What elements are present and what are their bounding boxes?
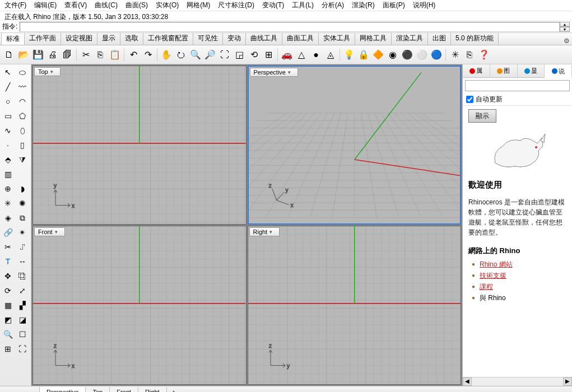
- view-tab[interactable]: Right: [138, 387, 167, 392]
- ribbon-tab[interactable]: 5.0 的新功能: [450, 33, 499, 45]
- menu-item[interactable]: 曲线(C): [95, 1, 118, 10]
- cmd-history-up[interactable]: ▲: [560, 22, 570, 27]
- open-icon[interactable]: 📂: [17, 48, 30, 62]
- help-show-button[interactable]: 顯示: [468, 109, 496, 123]
- text-icon[interactable]: T: [1, 255, 15, 268]
- lock-icon[interactable]: 🔒: [357, 48, 370, 62]
- menu-item[interactable]: 尺寸标注(D): [218, 1, 254, 10]
- sweep-icon[interactable]: ⧩: [16, 153, 29, 166]
- rotate2d-icon[interactable]: ⟳: [1, 284, 15, 297]
- scroll-right-icon[interactable]: ▶: [563, 377, 572, 386]
- rotate-icon[interactable]: ⭮: [174, 48, 188, 62]
- dim-icon[interactable]: ↔: [16, 255, 29, 268]
- zoom-extents-icon[interactable]: ⛶: [218, 48, 231, 62]
- polyline-icon[interactable]: ╱: [1, 80, 15, 94]
- polygon-icon[interactable]: ⬠: [16, 109, 29, 123]
- chevron-down-icon[interactable]: ▾: [269, 229, 272, 235]
- menu-item[interactable]: 分析(A): [322, 1, 344, 10]
- menu-item[interactable]: 曲面(S): [125, 1, 148, 10]
- ribbon-tab[interactable]: 网格工具: [355, 33, 392, 45]
- colorwheel-icon[interactable]: ◉: [386, 48, 399, 62]
- auto-update-checkbox[interactable]: [466, 96, 473, 103]
- fillet-icon[interactable]: ◗: [16, 182, 29, 195]
- join-icon[interactable]: 🔗: [1, 226, 15, 239]
- sphere1-icon[interactable]: ⚫: [401, 48, 414, 62]
- add-view-tab-icon[interactable]: ✦: [166, 387, 181, 393]
- ribbon-tab[interactable]: 可见性: [193, 33, 223, 45]
- help-link[interactable]: 技術支援: [480, 272, 506, 279]
- select-icon[interactable]: ☐: [16, 328, 29, 341]
- ribbon-tab[interactable]: 曲线工具: [245, 33, 282, 45]
- gear-side-icon[interactable]: ✳: [1, 197, 15, 210]
- box-icon[interactable]: ▥: [1, 167, 15, 181]
- doc-prop-icon[interactable]: 🗐: [61, 48, 74, 62]
- undo-icon[interactable]: ↶: [127, 48, 140, 62]
- pan-icon[interactable]: ✋: [160, 48, 173, 62]
- panel-tab[interactable]: 图: [490, 64, 518, 77]
- point-icon[interactable]: ·: [1, 138, 15, 152]
- cut-icon[interactable]: ✂: [79, 48, 92, 62]
- array-icon[interactable]: ▦: [1, 298, 15, 312]
- menu-item[interactable]: 文件(F): [4, 1, 26, 10]
- options-icon[interactable]: ✳: [448, 48, 462, 62]
- glass-icon[interactable]: 🔍: [1, 328, 15, 341]
- view-tab[interactable]: Front: [109, 387, 138, 392]
- panel-tab[interactable]: 说: [545, 65, 572, 78]
- trim-icon[interactable]: ✂: [1, 240, 15, 254]
- split-icon[interactable]: ⑀: [16, 240, 29, 254]
- cube-a-icon[interactable]: ◩: [1, 313, 15, 326]
- copy-side-icon[interactable]: ⿻: [16, 269, 29, 283]
- chevron-down-icon[interactable]: ▾: [55, 229, 58, 235]
- panel-tab[interactable]: 显: [518, 64, 545, 77]
- move-icon[interactable]: ✥: [1, 269, 15, 283]
- ribbon-tab[interactable]: 工作平面: [24, 33, 61, 45]
- help-scrollbar[interactable]: ◀ ▶: [463, 377, 572, 386]
- save-icon[interactable]: 💾: [31, 48, 45, 62]
- viewport-title[interactable]: Right▾: [249, 227, 280, 236]
- viewport-front[interactable]: x zFront▾: [32, 226, 247, 385]
- viewport-right[interactable]: y zRight▾: [248, 226, 462, 385]
- zoom-window-icon[interactable]: 🔍: [189, 48, 202, 62]
- zoom-sel-icon[interactable]: ◲: [232, 48, 246, 62]
- viewport-title[interactable]: Front▾: [34, 227, 65, 236]
- paste-icon[interactable]: 📋: [108, 48, 122, 62]
- cube-b-icon[interactable]: ◪: [16, 313, 29, 326]
- viewport-title[interactable]: Top▾: [34, 67, 61, 76]
- pyramid-icon[interactable]: ◬: [324, 48, 337, 62]
- layers-icon[interactable]: 🔶: [371, 48, 385, 62]
- undo-view-icon[interactable]: ⟲: [247, 48, 261, 62]
- arc-icon[interactable]: ◠: [16, 95, 29, 108]
- scroll-left-icon[interactable]: ◀: [463, 377, 472, 386]
- chevron-down-icon[interactable]: ▾: [288, 69, 291, 75]
- four-views-icon[interactable]: ⊞: [262, 48, 275, 62]
- explode-icon[interactable]: ✴: [16, 226, 29, 239]
- chevron-down-icon[interactable]: ▾: [50, 69, 53, 74]
- new-icon[interactable]: 🗋: [2, 48, 16, 62]
- mesh-icon[interactable]: ◈: [1, 211, 15, 225]
- viewport-perspective[interactable]: x z yPerspective▾: [248, 66, 462, 225]
- extract-icon[interactable]: ⎘: [463, 48, 476, 62]
- curve-icon[interactable]: 〰: [16, 80, 29, 94]
- command-input[interactable]: [20, 22, 560, 32]
- ribbon-tab[interactable]: 显示: [97, 33, 120, 45]
- loft-icon[interactable]: ⬘: [1, 153, 15, 166]
- cone-icon[interactable]: △: [295, 48, 308, 62]
- help-icon[interactable]: ❓: [477, 48, 491, 62]
- menu-item[interactable]: 网格(M): [187, 1, 210, 10]
- light-icon[interactable]: 💡: [342, 48, 356, 62]
- panel-tab[interactable]: 属: [463, 64, 490, 77]
- menu-item[interactable]: 变动(T): [262, 1, 284, 10]
- viewport-top[interactable]: x yTop▾: [32, 66, 247, 225]
- help-link[interactable]: 課程: [480, 283, 493, 291]
- ribbon-options-icon[interactable]: ⚙: [561, 37, 572, 45]
- scale-icon[interactable]: ⤢: [16, 284, 29, 297]
- menu-item[interactable]: 编辑(E): [34, 1, 57, 10]
- max-vp-icon[interactable]: ⛶: [16, 342, 29, 356]
- four-vp-icon[interactable]: ⊞: [1, 342, 15, 356]
- sphere2-icon[interactable]: ⚪: [415, 48, 429, 62]
- copy-icon[interactable]: ⎘: [94, 48, 107, 62]
- help-search-input[interactable]: [465, 80, 570, 91]
- rect-icon[interactable]: ▭: [1, 109, 15, 123]
- menu-item[interactable]: 查看(V): [64, 1, 87, 10]
- car-icon[interactable]: 🚗: [280, 48, 294, 62]
